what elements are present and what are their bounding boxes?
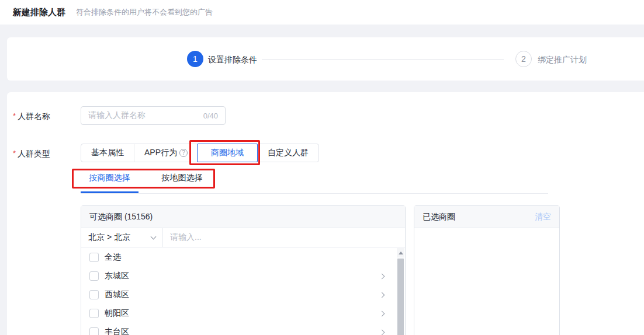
district-list: 全选 东城区 西城区 朝阳区 丰台区 [82,248,397,335]
audience-type-tab-group: 基本属性 APP行为 ? 商圈地域 自定义人群 [81,144,319,162]
page-header: 新建排除人群 符合排除条件的用户将不会看到您的广告 [0,0,644,25]
district-subtabs: 按商圈选择 按地图选择 [81,173,211,183]
available-districts-header: 可选商圈 (15156) [81,206,405,228]
list-item-district[interactable]: 丰台区 [82,323,397,335]
list-item-district[interactable]: 西城区 [82,285,397,304]
available-districts-panel: 可选商圈 (15156) 北京 > 北京 请输入... 全选 东城区 [81,205,406,335]
list-item-district[interactable]: 朝阳区 [82,304,397,323]
district-filter-row: 北京 > 北京 请输入... [81,228,405,247]
help-icon[interactable]: ? [179,149,188,157]
district-search-input[interactable]: 请输入... [163,228,405,247]
audience-name-input[interactable]: 请输入人群名称 0/40 [81,106,226,125]
selected-districts-title: 已选商圈 [423,212,455,222]
step-connector-line [262,59,504,60]
chevron-down-icon [151,234,157,240]
required-asterisk: * [13,149,16,158]
scrollbar-thumb[interactable] [397,259,404,335]
subtab-track-line [81,193,548,194]
region-select-dropdown[interactable]: 北京 > 北京 [81,228,163,247]
audience-name-label: *人群名称 [13,111,50,122]
page-title: 新建排除人群 [13,7,65,18]
checkbox[interactable] [89,253,99,262]
chevron-right-icon [379,329,385,335]
tab-app-behavior[interactable]: APP行为 ? [134,144,198,162]
list-scrollbar[interactable] [397,248,404,335]
audience-name-placeholder: 请输入人群名称 [88,110,146,121]
subtab-select-by-district[interactable]: 按商圈选择 [81,173,139,183]
tab-business-district[interactable]: 商圈地域 [197,144,258,162]
scrollbar-up-button[interactable] [397,248,404,257]
list-item-select-all[interactable]: 全选 [82,248,397,267]
subtab-select-by-map[interactable]: 按地图选择 [153,173,211,183]
required-asterisk: * [13,111,16,120]
clear-selection-button[interactable]: 清空 [535,212,551,222]
district-search-placeholder: 请输入... [170,232,202,243]
available-districts-title: 可选商圈 (15156) [89,212,153,222]
region-select-value: 北京 > 北京 [88,232,130,243]
step-2-circle: 2 [515,51,532,67]
steps-card: 1 设置排除条件 2 绑定推广计划 [7,37,644,81]
scroll-up-arrow-icon [399,252,403,254]
list-item-district[interactable]: 东城区 [82,267,397,285]
selected-districts-header: 已选商圈 清空 [414,206,559,228]
checkbox[interactable] [89,327,99,335]
step-1-circle: 1 [187,51,203,67]
page-subtitle: 符合排除条件的用户将不会看到您的广告 [76,7,213,18]
tab-custom-audience[interactable]: 自定义人群 [257,144,318,162]
chevron-right-icon [379,292,385,298]
main-form-card: *人群名称 请输入人群名称 0/40 *人群类型 基本属性 APP行为 ? 商圈… [7,92,644,335]
active-subtab-underline [81,191,139,193]
chevron-right-icon [379,273,385,279]
step-1-label: 设置排除条件 [208,55,257,65]
step-2-label: 绑定推广计划 [538,55,587,65]
checkbox[interactable] [89,309,99,318]
chevron-right-icon [379,310,385,316]
audience-type-label: *人群类型 [13,149,50,159]
checkbox[interactable] [89,290,99,299]
checkbox[interactable] [89,271,99,281]
selected-districts-panel: 已选商圈 清空 [414,205,560,335]
char-counter: 0/40 [203,111,218,120]
tab-basic-attributes[interactable]: 基本属性 [81,144,134,162]
